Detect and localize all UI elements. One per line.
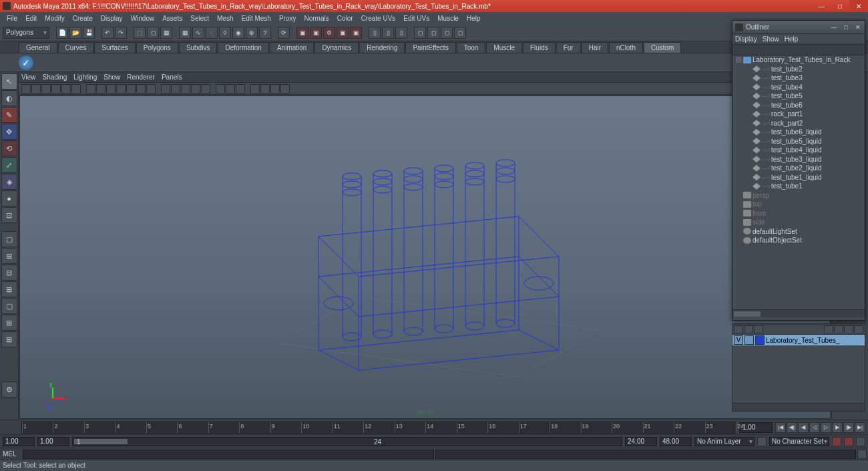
vp-menu-panels[interactable]: Panels	[162, 73, 182, 81]
vp-menu-shading[interactable]: Shading	[43, 73, 67, 81]
menu-create-uvs[interactable]: Create UVs	[357, 13, 400, 23]
outliner-search[interactable]	[732, 45, 865, 55]
anim-prefs-icon[interactable]	[856, 437, 865, 446]
outliner-menu-show[interactable]: Show	[763, 35, 779, 43]
menu-normals[interactable]: Normals	[300, 13, 333, 23]
render-view-icon[interactable]: ▣	[337, 27, 349, 39]
shelf-tab-painteffects[interactable]: PaintEffects	[405, 42, 455, 53]
snap-plane-icon[interactable]: ◊	[219, 27, 231, 39]
outliner-item[interactable]: —○test_tube2_liquid	[732, 164, 865, 173]
menu-proxy[interactable]: Proxy	[275, 13, 300, 23]
redo-icon[interactable]: ↷	[115, 27, 127, 39]
outliner-item[interactable]: —○test_tube5_liquid	[732, 137, 865, 146]
range-track[interactable]: 124	[72, 437, 622, 446]
layer-vis-toggle[interactable]: V	[734, 335, 743, 345]
menu-modify[interactable]: Modify	[41, 13, 68, 23]
shelf-check-icon[interactable]: ✓	[19, 55, 33, 70]
vp-grease-icon[interactable]	[71, 84, 81, 94]
vp-shaded-icon[interactable]	[171, 84, 180, 94]
layer-up-icon[interactable]	[844, 325, 853, 333]
time-track[interactable]: 123456789101112131415161718192021222324	[21, 422, 736, 434]
layout-custom2-icon[interactable]: ⊞	[1, 331, 17, 347]
outliner-min-button[interactable]: —	[829, 23, 839, 32]
vp-menu-show[interactable]: Show	[103, 73, 120, 81]
snap-live-icon[interactable]: ◉	[232, 27, 244, 39]
outliner-item[interactable]: —○test_tube4	[732, 83, 865, 92]
rotate-tool-icon[interactable]: ⟲	[1, 140, 17, 156]
close-button[interactable]: ✕	[849, 0, 868, 12]
vp-lock-cam-icon[interactable]	[31, 84, 41, 94]
outliner-item[interactable]: —○test_tube4_liquid	[732, 146, 865, 155]
layout-single-icon[interactable]: ▢	[1, 231, 17, 247]
scale-tool-icon[interactable]: ⤢	[1, 157, 17, 173]
vp-grid-icon[interactable]	[86, 84, 95, 94]
time-current-field[interactable]: 1.00	[739, 422, 773, 433]
outliner-list[interactable]: ⊟Laboratory_Test_Tubes_in_Rack—○test_tub…	[732, 55, 865, 309]
ipr-icon[interactable]: ▣	[310, 27, 322, 39]
outliner-item[interactable]: —○rack_part1	[732, 110, 865, 119]
outliner-item[interactable]: persp	[732, 191, 865, 200]
vp-textured-icon[interactable]	[181, 84, 190, 94]
layer-delete-icon[interactable]	[834, 325, 843, 333]
vp-field-chart-icon[interactable]	[126, 84, 136, 94]
render-settings-icon[interactable]: ⚙	[323, 27, 335, 39]
layout-prev-icon[interactable]: ▢	[1, 298, 17, 314]
shelf-tab-toon[interactable]: Toon	[457, 42, 486, 53]
soft-mod-icon[interactable]: ●	[1, 190, 17, 206]
step-fwd-key-icon[interactable]: |▶	[843, 422, 854, 433]
step-back-key-icon[interactable]: ◀|	[787, 422, 797, 433]
range-start2-field[interactable]: 1.00	[37, 437, 69, 446]
vp-renderer-icon[interactable]	[280, 84, 290, 94]
menu-select[interactable]: Select	[186, 13, 213, 23]
maximize-button[interactable]: □	[831, 0, 849, 12]
minimize-button[interactable]: —	[812, 0, 831, 12]
shelf-tab-hair[interactable]: Hair	[582, 42, 608, 53]
shelf-tab-muscle[interactable]: Muscle	[486, 42, 522, 53]
goto-start-icon[interactable]: |◀	[775, 422, 786, 433]
toggle3-icon[interactable]: ◻	[441, 27, 453, 39]
layout-two-icon[interactable]: ⊟	[1, 265, 17, 281]
toggle1-icon[interactable]: ◻	[414, 27, 426, 39]
file-save-icon[interactable]: 💾	[83, 27, 95, 39]
auto-key-icon[interactable]	[832, 437, 841, 446]
step-back-icon[interactable]: ◀	[798, 422, 809, 433]
vp-bookmark-icon[interactable]	[41, 84, 51, 94]
outliner-item[interactable]: top	[732, 200, 865, 209]
vp-wireframe-icon[interactable]	[161, 84, 170, 94]
vp-hq-icon[interactable]	[270, 84, 280, 94]
layer-tab-render-icon[interactable]	[744, 325, 753, 333]
shelf-tab-subdivs[interactable]: Subdivs	[179, 42, 218, 53]
outliner-item[interactable]: side	[732, 218, 865, 227]
snap-toggle-icon[interactable]: ⊕	[246, 27, 258, 39]
menu-create[interactable]: Create	[69, 13, 97, 23]
goto-end-icon[interactable]: ▶|	[855, 422, 865, 433]
outliner-item[interactable]: —○test_tube1	[732, 182, 865, 191]
outliner-window[interactable]: Outliner — □ ✕ DisplayShowHelp ⊟Laborato…	[732, 20, 865, 321]
outliner-scrollbar[interactable]	[732, 309, 865, 317]
cmd-lang-label[interactable]: MEL	[0, 450, 23, 458]
menu-edit[interactable]: Edit	[21, 13, 41, 23]
select-tool-icon[interactable]: ↖	[1, 73, 17, 90]
outliner-item[interactable]: —○test_tube5	[732, 92, 865, 101]
outliner-max-button[interactable]: □	[841, 23, 851, 32]
menu-display[interactable]: Display	[97, 13, 127, 23]
snap-point-icon[interactable]: ·	[206, 27, 218, 39]
range-end2-field[interactable]: 48.00	[660, 437, 692, 446]
shelf-tab-rendering[interactable]: Rendering	[359, 42, 405, 53]
layer-color-swatch[interactable]	[755, 335, 765, 345]
layout-three-icon[interactable]: ⊞	[1, 281, 17, 297]
vp-gate-mask-icon[interactable]	[116, 84, 126, 94]
lasso-tool-icon[interactable]: ◐	[1, 90, 17, 106]
mode-combo[interactable]: Polygons	[3, 27, 49, 39]
panel-layout1-icon[interactable]: ▯	[369, 27, 381, 39]
step-fwd-icon[interactable]: ▶	[832, 422, 843, 433]
outliner-item[interactable]: ⊟Laboratory_Test_Tubes_in_Rack	[732, 55, 865, 65]
shelf-tab-dynamics[interactable]: Dynamics	[314, 42, 359, 53]
shelf-tab-fur[interactable]: Fur	[556, 42, 581, 53]
shelf-tab-surfaces[interactable]: Surfaces	[94, 42, 135, 53]
layer-tab-anim-icon[interactable]	[754, 325, 763, 333]
range-start-field[interactable]: 1.00	[3, 437, 35, 446]
outliner-item[interactable]: —○rack_part2	[732, 119, 865, 128]
shelf-tab-fluids[interactable]: Fluids	[523, 42, 556, 53]
toggle2-icon[interactable]: ◻	[427, 27, 439, 39]
